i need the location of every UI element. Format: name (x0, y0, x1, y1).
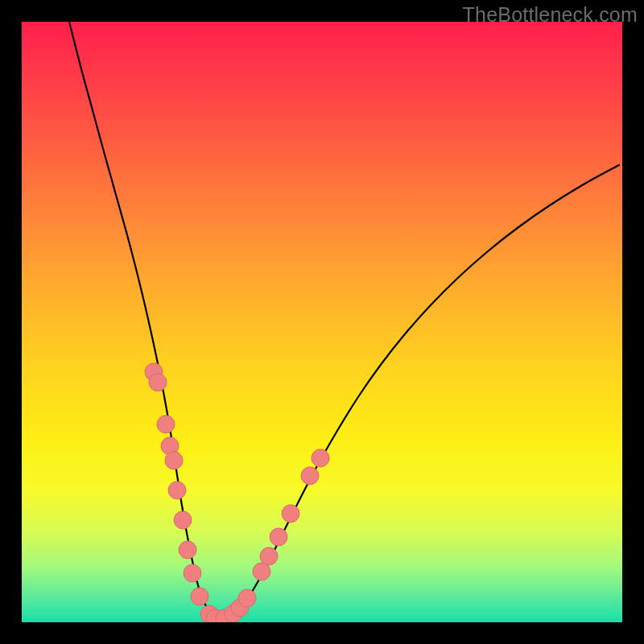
data-dot (270, 528, 287, 546)
data-dots-group (145, 363, 329, 622)
plot-area (22, 22, 622, 622)
watermark-text: TheBottleneck.com (463, 3, 638, 27)
data-dot (260, 547, 278, 565)
data-dot (301, 467, 319, 485)
data-dot (312, 449, 329, 467)
data-dot (174, 511, 192, 529)
data-dot (165, 452, 183, 469)
data-dot (149, 374, 167, 391)
data-dot (184, 564, 201, 582)
data-dot (238, 589, 256, 607)
chart-svg (22, 22, 622, 622)
data-dot (168, 481, 186, 499)
data-dot (179, 541, 196, 559)
data-dot (157, 415, 175, 433)
curve-left-arm (69, 22, 220, 619)
curve-right-arm (220, 165, 619, 619)
data-dot (282, 505, 299, 522)
data-dot (191, 588, 208, 605)
